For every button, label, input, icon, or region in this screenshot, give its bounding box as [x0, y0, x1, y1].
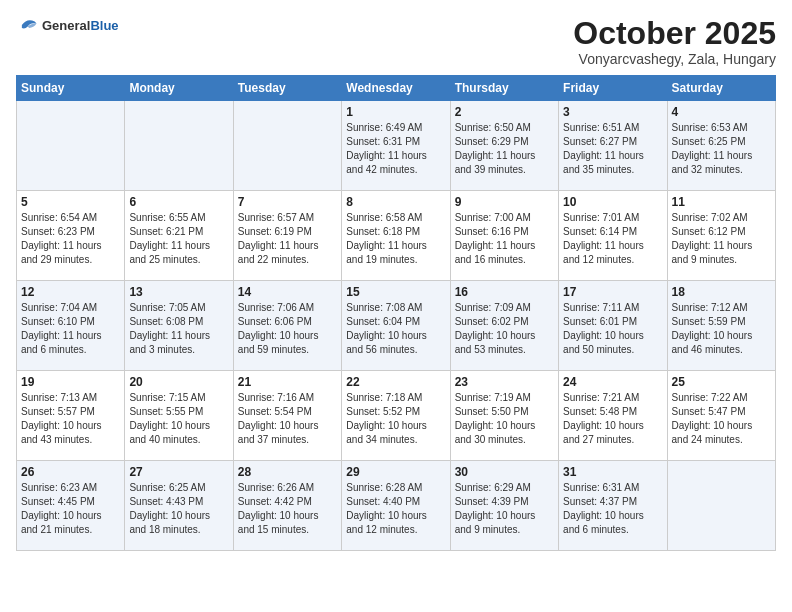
day-number: 13 — [129, 285, 228, 299]
day-info: Sunrise: 7:02 AMSunset: 6:12 PMDaylight:… — [672, 211, 771, 267]
day-header-monday: Monday — [125, 76, 233, 101]
title-block: October 2025 Vonyarcvashegy, Zala, Hunga… — [573, 16, 776, 67]
day-number: 25 — [672, 375, 771, 389]
day-number: 11 — [672, 195, 771, 209]
day-number: 1 — [346, 105, 445, 119]
calendar-cell: 27Sunrise: 6:25 AMSunset: 4:43 PMDayligh… — [125, 461, 233, 551]
day-header-saturday: Saturday — [667, 76, 775, 101]
day-info: Sunrise: 7:01 AMSunset: 6:14 PMDaylight:… — [563, 211, 662, 267]
calendar-cell: 18Sunrise: 7:12 AMSunset: 5:59 PMDayligh… — [667, 281, 775, 371]
day-info: Sunrise: 6:51 AMSunset: 6:27 PMDaylight:… — [563, 121, 662, 177]
calendar-week-row: 12Sunrise: 7:04 AMSunset: 6:10 PMDayligh… — [17, 281, 776, 371]
day-number: 2 — [455, 105, 554, 119]
day-header-sunday: Sunday — [17, 76, 125, 101]
calendar-cell — [17, 101, 125, 191]
calendar-cell: 14Sunrise: 7:06 AMSunset: 6:06 PMDayligh… — [233, 281, 341, 371]
calendar-week-row: 19Sunrise: 7:13 AMSunset: 5:57 PMDayligh… — [17, 371, 776, 461]
day-info: Sunrise: 7:09 AMSunset: 6:02 PMDaylight:… — [455, 301, 554, 357]
day-info: Sunrise: 7:21 AMSunset: 5:48 PMDaylight:… — [563, 391, 662, 447]
day-info: Sunrise: 6:50 AMSunset: 6:29 PMDaylight:… — [455, 121, 554, 177]
day-info: Sunrise: 6:23 AMSunset: 4:45 PMDaylight:… — [21, 481, 120, 537]
day-info: Sunrise: 6:54 AMSunset: 6:23 PMDaylight:… — [21, 211, 120, 267]
day-info: Sunrise: 7:13 AMSunset: 5:57 PMDaylight:… — [21, 391, 120, 447]
day-info: Sunrise: 6:57 AMSunset: 6:19 PMDaylight:… — [238, 211, 337, 267]
calendar-cell: 10Sunrise: 7:01 AMSunset: 6:14 PMDayligh… — [559, 191, 667, 281]
day-number: 30 — [455, 465, 554, 479]
location-subtitle: Vonyarcvashegy, Zala, Hungary — [573, 51, 776, 67]
logo-icon — [16, 16, 38, 34]
calendar-week-row: 26Sunrise: 6:23 AMSunset: 4:45 PMDayligh… — [17, 461, 776, 551]
day-number: 23 — [455, 375, 554, 389]
calendar-cell: 13Sunrise: 7:05 AMSunset: 6:08 PMDayligh… — [125, 281, 233, 371]
calendar-cell: 6Sunrise: 6:55 AMSunset: 6:21 PMDaylight… — [125, 191, 233, 281]
calendar-cell — [125, 101, 233, 191]
day-info: Sunrise: 6:53 AMSunset: 6:25 PMDaylight:… — [672, 121, 771, 177]
calendar-header-row: SundayMondayTuesdayWednesdayThursdayFrid… — [17, 76, 776, 101]
day-info: Sunrise: 7:05 AMSunset: 6:08 PMDaylight:… — [129, 301, 228, 357]
calendar-cell: 26Sunrise: 6:23 AMSunset: 4:45 PMDayligh… — [17, 461, 125, 551]
calendar-cell: 4Sunrise: 6:53 AMSunset: 6:25 PMDaylight… — [667, 101, 775, 191]
day-info: Sunrise: 7:15 AMSunset: 5:55 PMDaylight:… — [129, 391, 228, 447]
day-number: 10 — [563, 195, 662, 209]
calendar-week-row: 1Sunrise: 6:49 AMSunset: 6:31 PMDaylight… — [17, 101, 776, 191]
day-info: Sunrise: 6:58 AMSunset: 6:18 PMDaylight:… — [346, 211, 445, 267]
day-info: Sunrise: 7:04 AMSunset: 6:10 PMDaylight:… — [21, 301, 120, 357]
calendar-cell: 3Sunrise: 6:51 AMSunset: 6:27 PMDaylight… — [559, 101, 667, 191]
day-number: 7 — [238, 195, 337, 209]
day-info: Sunrise: 7:11 AMSunset: 6:01 PMDaylight:… — [563, 301, 662, 357]
day-info: Sunrise: 7:22 AMSunset: 5:47 PMDaylight:… — [672, 391, 771, 447]
logo-blue-text: Blue — [90, 18, 118, 33]
day-number: 14 — [238, 285, 337, 299]
day-number: 17 — [563, 285, 662, 299]
calendar-body: 1Sunrise: 6:49 AMSunset: 6:31 PMDaylight… — [17, 101, 776, 551]
page-header: General Blue October 2025 Vonyarcvashegy… — [16, 16, 776, 67]
day-info: Sunrise: 7:19 AMSunset: 5:50 PMDaylight:… — [455, 391, 554, 447]
day-number: 20 — [129, 375, 228, 389]
day-info: Sunrise: 6:49 AMSunset: 6:31 PMDaylight:… — [346, 121, 445, 177]
day-number: 16 — [455, 285, 554, 299]
calendar-table: SundayMondayTuesdayWednesdayThursdayFrid… — [16, 75, 776, 551]
logo: General Blue — [16, 16, 119, 34]
day-number: 3 — [563, 105, 662, 119]
day-info: Sunrise: 7:08 AMSunset: 6:04 PMDaylight:… — [346, 301, 445, 357]
day-number: 4 — [672, 105, 771, 119]
calendar-cell: 23Sunrise: 7:19 AMSunset: 5:50 PMDayligh… — [450, 371, 558, 461]
day-number: 26 — [21, 465, 120, 479]
day-info: Sunrise: 7:18 AMSunset: 5:52 PMDaylight:… — [346, 391, 445, 447]
day-number: 27 — [129, 465, 228, 479]
logo-general-text: General — [42, 18, 90, 33]
day-number: 19 — [21, 375, 120, 389]
calendar-cell: 7Sunrise: 6:57 AMSunset: 6:19 PMDaylight… — [233, 191, 341, 281]
day-header-friday: Friday — [559, 76, 667, 101]
day-header-wednesday: Wednesday — [342, 76, 450, 101]
calendar-cell: 28Sunrise: 6:26 AMSunset: 4:42 PMDayligh… — [233, 461, 341, 551]
day-number: 6 — [129, 195, 228, 209]
day-number: 15 — [346, 285, 445, 299]
day-info: Sunrise: 7:16 AMSunset: 5:54 PMDaylight:… — [238, 391, 337, 447]
calendar-cell: 15Sunrise: 7:08 AMSunset: 6:04 PMDayligh… — [342, 281, 450, 371]
day-number: 8 — [346, 195, 445, 209]
day-number: 31 — [563, 465, 662, 479]
calendar-cell: 2Sunrise: 6:50 AMSunset: 6:29 PMDaylight… — [450, 101, 558, 191]
calendar-cell: 1Sunrise: 6:49 AMSunset: 6:31 PMDaylight… — [342, 101, 450, 191]
day-number: 22 — [346, 375, 445, 389]
calendar-cell: 25Sunrise: 7:22 AMSunset: 5:47 PMDayligh… — [667, 371, 775, 461]
calendar-cell — [667, 461, 775, 551]
calendar-cell: 16Sunrise: 7:09 AMSunset: 6:02 PMDayligh… — [450, 281, 558, 371]
calendar-cell: 21Sunrise: 7:16 AMSunset: 5:54 PMDayligh… — [233, 371, 341, 461]
day-number: 24 — [563, 375, 662, 389]
day-number: 29 — [346, 465, 445, 479]
day-number: 21 — [238, 375, 337, 389]
calendar-cell: 9Sunrise: 7:00 AMSunset: 6:16 PMDaylight… — [450, 191, 558, 281]
day-number: 28 — [238, 465, 337, 479]
day-info: Sunrise: 6:29 AMSunset: 4:39 PMDaylight:… — [455, 481, 554, 537]
calendar-cell: 8Sunrise: 6:58 AMSunset: 6:18 PMDaylight… — [342, 191, 450, 281]
day-number: 18 — [672, 285, 771, 299]
day-info: Sunrise: 6:25 AMSunset: 4:43 PMDaylight:… — [129, 481, 228, 537]
calendar-week-row: 5Sunrise: 6:54 AMSunset: 6:23 PMDaylight… — [17, 191, 776, 281]
day-info: Sunrise: 7:00 AMSunset: 6:16 PMDaylight:… — [455, 211, 554, 267]
calendar-cell: 31Sunrise: 6:31 AMSunset: 4:37 PMDayligh… — [559, 461, 667, 551]
calendar-cell: 24Sunrise: 7:21 AMSunset: 5:48 PMDayligh… — [559, 371, 667, 461]
day-info: Sunrise: 6:31 AMSunset: 4:37 PMDaylight:… — [563, 481, 662, 537]
day-number: 12 — [21, 285, 120, 299]
